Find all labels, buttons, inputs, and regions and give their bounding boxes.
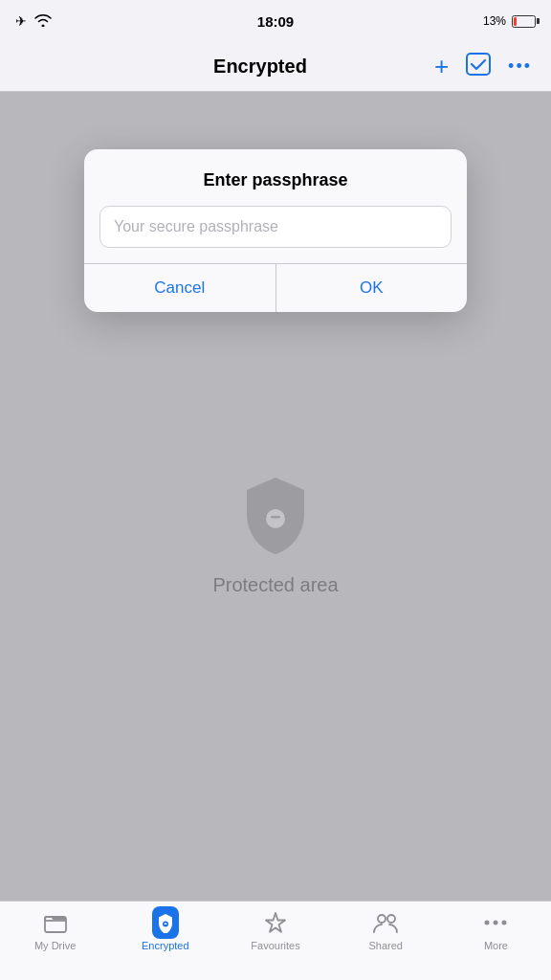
svg-point-6 [378, 915, 386, 923]
status-right: 13% [483, 14, 536, 28]
battery-icon [512, 15, 536, 28]
svg-point-8 [485, 921, 490, 925]
svg-rect-5 [164, 924, 166, 925]
tab-encrypted-label: Encrypted [142, 940, 189, 951]
my-drive-icon [42, 909, 69, 936]
tab-my-drive[interactable]: My Drive [0, 909, 110, 951]
more-icon [482, 909, 509, 936]
header-actions: + ••• [434, 52, 532, 81]
dialog-overlay: Enter passphrase Cancel OK [0, 92, 551, 901]
svg-rect-0 [467, 54, 490, 75]
status-bar: ✈ 18:09 13% [0, 0, 551, 42]
svg-point-9 [494, 921, 498, 925]
dialog-buttons: Cancel OK [84, 263, 467, 312]
header-title: Encrypted [86, 56, 434, 78]
svg-point-7 [387, 915, 395, 923]
tab-bar: My Drive Encrypted Favourites [0, 901, 551, 980]
main-content: Protected area Enter passphrase Cancel O… [0, 92, 551, 901]
tab-encrypted[interactable]: Encrypted [110, 909, 220, 951]
tab-more[interactable]: More [441, 909, 551, 951]
svg-point-10 [502, 921, 507, 925]
favourites-icon [262, 909, 289, 936]
select-button[interactable] [466, 53, 491, 81]
cancel-button[interactable]: Cancel [84, 264, 276, 312]
status-time: 18:09 [257, 13, 294, 30]
tab-shared[interactable]: Shared [331, 909, 441, 951]
tab-shared-label: Shared [368, 940, 402, 951]
encrypted-icon [152, 909, 179, 936]
wifi-icon [34, 13, 52, 30]
dialog-title: Enter passphrase [84, 149, 467, 206]
tab-my-drive-label: My Drive [34, 940, 76, 951]
more-options-button[interactable]: ••• [508, 56, 532, 77]
airplane-icon: ✈ [15, 13, 27, 29]
battery-percent: 13% [483, 14, 506, 28]
tab-more-label: More [484, 940, 508, 951]
ok-button[interactable]: OK [276, 264, 468, 312]
passphrase-input[interactable] [99, 206, 452, 248]
shared-icon [372, 909, 399, 936]
dialog-input-wrap [84, 206, 467, 263]
battery-fill [514, 17, 517, 26]
passphrase-dialog: Enter passphrase Cancel OK [84, 149, 467, 312]
status-left: ✈ [15, 13, 52, 30]
tab-favourites[interactable]: Favourites [220, 909, 330, 951]
add-button[interactable]: + [434, 52, 449, 81]
header: Encrypted + ••• [0, 42, 551, 92]
tab-favourites-label: Favourites [251, 940, 299, 951]
